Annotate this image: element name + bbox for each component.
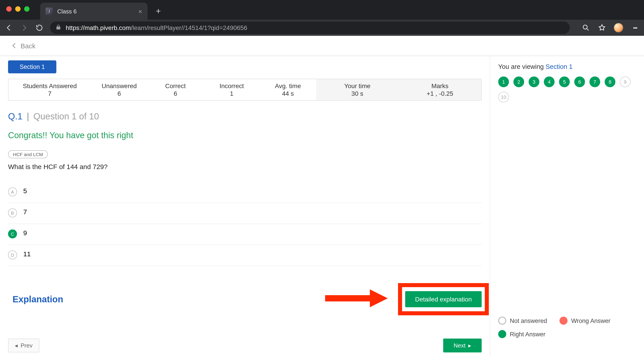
detailed-explanation-button[interactable]: Detailed explanation [405, 291, 482, 307]
option-bubble-icon: C [8, 230, 17, 238]
option-b[interactable]: B7 [8, 203, 482, 224]
close-window-icon[interactable] [6, 6, 12, 12]
question-text: What is the HCF of 144 and 729? [0, 158, 490, 170]
caret-left-icon: ◂ [15, 342, 18, 349]
next-button[interactable]: Next ▸ [444, 338, 482, 352]
option-text: 11 [23, 250, 31, 258]
legend-dot-wrong-icon [560, 317, 568, 325]
legend-wrong-answer: Wrong Answer [560, 317, 610, 325]
main-content: Section 1 Students Answered7 Unanswered6… [0, 56, 490, 356]
pager: ◂ Prev Next ▸ [0, 338, 490, 356]
question-nav-10[interactable]: 10 [498, 92, 509, 102]
option-c[interactable]: C9 [8, 224, 482, 245]
question-nav-8[interactable]: 8 [605, 76, 616, 87]
stat-correct: Correct6 [147, 79, 204, 100]
question-nav-2[interactable]: 2 [514, 76, 524, 87]
browser-tab[interactable]: I Class 6 × [40, 3, 148, 20]
browser-menu-icon[interactable] [630, 23, 640, 32]
option-text: 5 [23, 187, 27, 194]
option-bubble-icon: A [8, 188, 17, 196]
caret-right-icon: ▸ [468, 342, 471, 349]
question-nav-9[interactable]: 9 [620, 76, 630, 87]
explanation-heading: Explanation [8, 294, 63, 304]
legend: Not answered Wrong Answer Right Answer [498, 317, 636, 349]
option-text: 7 [23, 208, 27, 215]
congrats-message: Congrats!! You have got this right [0, 122, 490, 140]
question-nav-6[interactable]: 6 [574, 76, 585, 87]
legend-dot-right-icon [498, 330, 506, 338]
sidebar: You are viewing Section 1 12345678910 No… [490, 56, 644, 356]
option-a[interactable]: A5 [8, 182, 482, 203]
tab-title: Class 6 [57, 8, 134, 14]
question-nav-7[interactable]: 7 [590, 76, 600, 87]
nav-reload-button[interactable] [35, 23, 44, 32]
nav-forward-button[interactable] [20, 23, 28, 32]
question-count: Question 1 of 10 [33, 111, 99, 121]
stat-marks: Marks+1 , -0.25 [399, 79, 481, 100]
stats-table: Students Answered7 Unanswered6 Correct6 … [8, 79, 482, 101]
tab-favicon-icon: I [46, 8, 53, 15]
lock-icon [56, 24, 61, 31]
new-tab-button[interactable]: ＋ [153, 5, 164, 16]
minimize-window-icon[interactable] [15, 6, 20, 12]
stat-incorrect: Incorrect1 [204, 79, 260, 100]
stat-avg-time: Avg. time44 s [260, 79, 316, 100]
question-nav-4[interactable]: 4 [544, 76, 554, 87]
back-link[interactable]: Back [0, 36, 644, 56]
question-grid: 12345678910 [498, 76, 636, 102]
svg-marker-2 [370, 289, 388, 307]
section-1-button[interactable]: Section 1 [8, 60, 56, 73]
stat-students-answered: Students Answered7 [8, 79, 91, 100]
prev-button[interactable]: ◂ Prev [8, 338, 39, 352]
address-bar[interactable]: https://math.piverb.com/learn/resultPlay… [50, 22, 570, 34]
svg-point-0 [583, 25, 587, 29]
legend-dot-na-icon [498, 317, 506, 325]
options-list: A5B7C9D11 [0, 170, 490, 266]
stat-unanswered: Unanswered6 [91, 79, 147, 100]
option-bubble-icon: B [8, 208, 17, 217]
question-nav-5[interactable]: 5 [559, 76, 570, 87]
question-nav-3[interactable]: 3 [528, 76, 539, 87]
question-nav-1[interactable]: 1 [498, 76, 509, 87]
zoom-icon[interactable] [582, 23, 590, 32]
question-header: Q.1 | Question 1 of 10 [0, 101, 490, 122]
chevron-left-icon [11, 42, 18, 49]
profile-avatar[interactable] [614, 23, 624, 33]
window-controls [0, 0, 36, 12]
browser-toolbar: https://math.piverb.com/learn/resultPlay… [0, 20, 644, 36]
question-number: Q.1 [8, 111, 22, 121]
option-bubble-icon: D [8, 250, 17, 260]
sidebar-heading: You are viewing Section 1 [498, 63, 636, 70]
bookmark-star-icon[interactable] [598, 23, 606, 32]
legend-not-answered: Not answered [498, 317, 547, 325]
maximize-window-icon[interactable] [24, 6, 30, 12]
legend-right-answer: Right Answer [498, 330, 546, 338]
topic-tag: HCF and LCM [8, 150, 48, 158]
option-d[interactable]: D11 [8, 245, 482, 266]
tab-close-icon[interactable]: × [138, 8, 142, 15]
annotation-arrow-icon [325, 288, 388, 311]
nav-back-button[interactable] [4, 23, 14, 32]
url-text: https://math.piverb.com/learn/resultPlay… [66, 24, 247, 31]
window-titlebar: I Class 6 × ＋ [0, 0, 644, 20]
back-label: Back [20, 42, 36, 50]
stat-your-time: Your time30 s [316, 79, 398, 100]
option-text: 9 [23, 229, 27, 236]
section-link[interactable]: Section 1 [546, 63, 573, 70]
